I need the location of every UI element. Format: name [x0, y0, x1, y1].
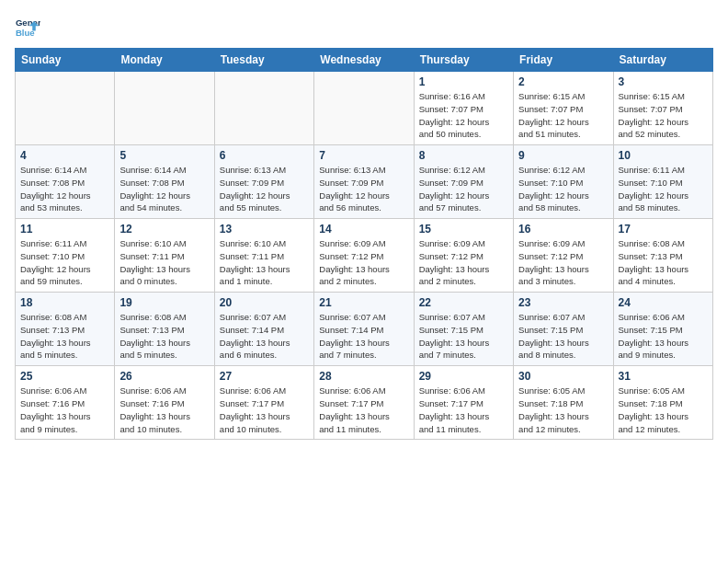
day-info: Sunrise: 6:08 AM Sunset: 7:13 PM Dayligh…	[119, 311, 209, 362]
calendar-cell: 4Sunrise: 6:14 AM Sunset: 7:08 PM Daylig…	[16, 145, 115, 219]
day-number: 12	[119, 223, 209, 236]
day-info: Sunrise: 6:10 AM Sunset: 7:11 PM Dayligh…	[119, 237, 209, 288]
day-number: 2	[518, 75, 608, 88]
day-number: 16	[518, 223, 608, 236]
column-header-thursday: Thursday	[414, 49, 513, 72]
day-number: 6	[220, 149, 309, 162]
svg-text:Blue: Blue	[16, 28, 35, 38]
calendar-cell: 7Sunrise: 6:13 AM Sunset: 7:09 PM Daylig…	[314, 145, 414, 219]
calendar-cell	[214, 72, 313, 145]
calendar-cell: 6Sunrise: 6:13 AM Sunset: 7:09 PM Daylig…	[214, 145, 313, 219]
day-info: Sunrise: 6:07 AM Sunset: 7:14 PM Dayligh…	[220, 311, 309, 362]
day-info: Sunrise: 6:07 AM Sunset: 7:15 PM Dayligh…	[518, 311, 608, 362]
calendar-cell: 19Sunrise: 6:08 AM Sunset: 7:13 PM Dayli…	[115, 293, 214, 366]
calendar-cell: 3Sunrise: 6:15 AM Sunset: 7:07 PM Daylig…	[613, 72, 712, 145]
day-info: Sunrise: 6:09 AM Sunset: 7:12 PM Dayligh…	[319, 237, 408, 288]
calendar-cell: 11Sunrise: 6:11 AM Sunset: 7:10 PM Dayli…	[16, 219, 115, 293]
day-number: 27	[220, 370, 309, 383]
day-number: 7	[319, 149, 408, 162]
day-number: 1	[419, 75, 508, 88]
day-info: Sunrise: 6:07 AM Sunset: 7:14 PM Dayligh…	[319, 311, 408, 362]
calendar-cell: 28Sunrise: 6:06 AM Sunset: 7:17 PM Dayli…	[314, 366, 414, 440]
day-number: 24	[619, 296, 708, 309]
day-number: 23	[518, 296, 608, 309]
calendar-cell: 30Sunrise: 6:05 AM Sunset: 7:18 PM Dayli…	[514, 366, 613, 440]
calendar-cell: 13Sunrise: 6:10 AM Sunset: 7:11 PM Dayli…	[214, 219, 313, 293]
day-number: 29	[419, 370, 508, 383]
calendar-cell: 22Sunrise: 6:07 AM Sunset: 7:15 PM Dayli…	[414, 293, 513, 366]
day-number: 3	[619, 75, 708, 88]
day-info: Sunrise: 6:11 AM Sunset: 7:10 PM Dayligh…	[20, 237, 109, 288]
calendar-week-1: 1Sunrise: 6:16 AM Sunset: 7:07 PM Daylig…	[16, 72, 713, 145]
calendar-cell: 26Sunrise: 6:06 AM Sunset: 7:16 PM Dayli…	[115, 366, 214, 440]
svg-text:General: General	[16, 17, 40, 28]
day-info: Sunrise: 6:15 AM Sunset: 7:07 PM Dayligh…	[619, 90, 708, 141]
calendar-cell: 2Sunrise: 6:15 AM Sunset: 7:07 PM Daylig…	[514, 72, 613, 145]
calendar: SundayMondayTuesdayWednesdayThursdayFrid…	[15, 48, 713, 440]
calendar-week-2: 4Sunrise: 6:14 AM Sunset: 7:08 PM Daylig…	[16, 145, 713, 219]
day-info: Sunrise: 6:06 AM Sunset: 7:17 PM Dayligh…	[220, 385, 309, 435]
calendar-cell: 27Sunrise: 6:06 AM Sunset: 7:17 PM Dayli…	[214, 366, 313, 440]
day-number: 21	[319, 296, 408, 309]
day-number: 15	[419, 223, 508, 236]
logo: General Blue	[15, 15, 44, 40]
day-info: Sunrise: 6:11 AM Sunset: 7:10 PM Dayligh…	[619, 164, 708, 214]
calendar-week-3: 11Sunrise: 6:11 AM Sunset: 7:10 PM Dayli…	[16, 219, 713, 293]
calendar-cell: 16Sunrise: 6:09 AM Sunset: 7:12 PM Dayli…	[514, 219, 613, 293]
calendar-cell: 25Sunrise: 6:06 AM Sunset: 7:16 PM Dayli…	[16, 366, 115, 440]
calendar-cell: 17Sunrise: 6:08 AM Sunset: 7:13 PM Dayli…	[613, 219, 712, 293]
day-number: 10	[619, 149, 708, 162]
day-number: 30	[518, 370, 608, 383]
column-header-wednesday: Wednesday	[314, 49, 414, 72]
day-info: Sunrise: 6:13 AM Sunset: 7:09 PM Dayligh…	[220, 164, 309, 214]
day-number: 19	[119, 296, 209, 309]
calendar-cell	[314, 72, 414, 145]
calendar-cell: 21Sunrise: 6:07 AM Sunset: 7:14 PM Dayli…	[314, 293, 414, 366]
calendar-cell: 29Sunrise: 6:06 AM Sunset: 7:17 PM Dayli…	[414, 366, 513, 440]
day-info: Sunrise: 6:08 AM Sunset: 7:13 PM Dayligh…	[619, 237, 708, 288]
day-info: Sunrise: 6:06 AM Sunset: 7:17 PM Dayligh…	[419, 385, 508, 435]
day-info: Sunrise: 6:09 AM Sunset: 7:12 PM Dayligh…	[518, 237, 608, 288]
day-number: 4	[20, 149, 109, 162]
column-header-sunday: Sunday	[16, 49, 115, 72]
day-info: Sunrise: 6:05 AM Sunset: 7:18 PM Dayligh…	[518, 385, 608, 435]
day-info: Sunrise: 6:08 AM Sunset: 7:13 PM Dayligh…	[20, 311, 109, 362]
calendar-cell: 10Sunrise: 6:11 AM Sunset: 7:10 PM Dayli…	[613, 145, 712, 219]
day-info: Sunrise: 6:07 AM Sunset: 7:15 PM Dayligh…	[419, 311, 508, 362]
calendar-cell: 23Sunrise: 6:07 AM Sunset: 7:15 PM Dayli…	[514, 293, 613, 366]
column-header-monday: Monday	[115, 49, 214, 72]
logo-icon: General Blue	[15, 15, 40, 40]
day-number: 31	[619, 370, 708, 383]
calendar-cell: 8Sunrise: 6:12 AM Sunset: 7:09 PM Daylig…	[414, 145, 513, 219]
calendar-cell: 15Sunrise: 6:09 AM Sunset: 7:12 PM Dayli…	[414, 219, 513, 293]
day-info: Sunrise: 6:06 AM Sunset: 7:16 PM Dayligh…	[119, 385, 209, 435]
calendar-cell: 14Sunrise: 6:09 AM Sunset: 7:12 PM Dayli…	[314, 219, 414, 293]
day-info: Sunrise: 6:13 AM Sunset: 7:09 PM Dayligh…	[319, 164, 408, 214]
day-number: 20	[220, 296, 309, 309]
day-number: 8	[419, 149, 508, 162]
day-info: Sunrise: 6:06 AM Sunset: 7:16 PM Dayligh…	[20, 385, 109, 435]
day-info: Sunrise: 6:15 AM Sunset: 7:07 PM Dayligh…	[518, 90, 608, 141]
day-number: 13	[220, 223, 309, 236]
day-number: 25	[20, 370, 109, 383]
day-number: 18	[20, 296, 109, 309]
calendar-cell: 18Sunrise: 6:08 AM Sunset: 7:13 PM Dayli…	[16, 293, 115, 366]
calendar-cell: 20Sunrise: 6:07 AM Sunset: 7:14 PM Dayli…	[214, 293, 313, 366]
calendar-cell: 1Sunrise: 6:16 AM Sunset: 7:07 PM Daylig…	[414, 72, 513, 145]
column-header-saturday: Saturday	[613, 49, 712, 72]
day-info: Sunrise: 6:05 AM Sunset: 7:18 PM Dayligh…	[619, 385, 708, 435]
column-header-tuesday: Tuesday	[214, 49, 313, 72]
day-number: 14	[319, 223, 408, 236]
page-header: General Blue	[15, 15, 713, 40]
calendar-cell: 9Sunrise: 6:12 AM Sunset: 7:10 PM Daylig…	[514, 145, 613, 219]
day-info: Sunrise: 6:06 AM Sunset: 7:15 PM Dayligh…	[619, 311, 708, 362]
day-number: 28	[319, 370, 408, 383]
calendar-cell: 5Sunrise: 6:14 AM Sunset: 7:08 PM Daylig…	[115, 145, 214, 219]
calendar-week-5: 25Sunrise: 6:06 AM Sunset: 7:16 PM Dayli…	[16, 366, 713, 440]
day-info: Sunrise: 6:09 AM Sunset: 7:12 PM Dayligh…	[419, 237, 508, 288]
day-info: Sunrise: 6:12 AM Sunset: 7:09 PM Dayligh…	[419, 164, 508, 214]
calendar-cell: 31Sunrise: 6:05 AM Sunset: 7:18 PM Dayli…	[613, 366, 712, 440]
header-row: SundayMondayTuesdayWednesdayThursdayFrid…	[16, 49, 713, 72]
calendar-cell	[115, 72, 214, 145]
day-number: 5	[119, 149, 209, 162]
